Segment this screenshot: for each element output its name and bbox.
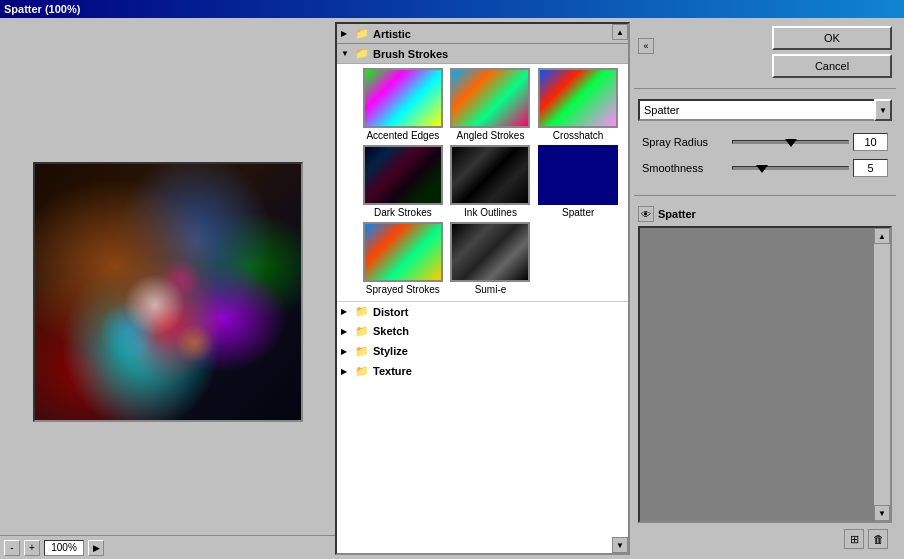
- filter-select-arrow[interactable]: ▼: [874, 99, 892, 121]
- thumb-crosshatch[interactable]: Crosshatch: [536, 68, 620, 141]
- sketch-folder-icon: 📁: [355, 325, 369, 338]
- thumb-label-angled: Angled Strokes: [457, 130, 525, 141]
- collapse-button[interactable]: «: [638, 38, 654, 54]
- ok-button[interactable]: OK: [772, 26, 892, 50]
- zoom-display: 100%: [44, 540, 84, 556]
- title-text: Spatter (100%): [4, 3, 80, 15]
- texture-label: Texture: [373, 365, 412, 377]
- cancel-button[interactable]: Cancel: [772, 54, 892, 78]
- thumb-ink-outlines[interactable]: Ink Outlines: [449, 145, 533, 218]
- smoothness-row: Smoothness 5: [642, 159, 888, 177]
- thumb-img-accented: [363, 68, 443, 128]
- category-artistic[interactable]: ▶ 📁 Artistic: [337, 24, 628, 44]
- thumb-label-ink: Ink Outlines: [464, 207, 517, 218]
- artistic-arrow: ▶: [341, 29, 351, 38]
- layer-icon-btn[interactable]: ⊞: [844, 529, 864, 549]
- preview-thumb-box: ▲ ▼: [638, 226, 892, 523]
- image-preview: [33, 162, 303, 422]
- category-texture[interactable]: ▶ 📁 Texture: [337, 361, 628, 381]
- thumb-angled-strokes[interactable]: Angled Strokes: [449, 68, 533, 141]
- collapse-icon: «: [643, 41, 648, 51]
- stylize-folder-icon: 📁: [355, 345, 369, 358]
- brush-label: Brush Strokes: [373, 48, 448, 60]
- preview-scrollbar: ▲ ▼: [874, 228, 890, 521]
- filter-scroll-up[interactable]: ▲: [612, 24, 628, 40]
- spray-radius-row: Spray Radius 10: [642, 133, 888, 151]
- filter-scroll-down[interactable]: ▼: [612, 537, 628, 553]
- category-distort[interactable]: ▶ 📁 Distort: [337, 301, 628, 321]
- thumb-label-crosshatch: Crosshatch: [553, 130, 604, 141]
- spray-radius-thumb[interactable]: [785, 139, 797, 147]
- stylize-arrow: ▶: [341, 347, 351, 356]
- eye-icon[interactable]: 👁: [638, 206, 654, 222]
- distort-arrow: ▶: [341, 307, 351, 316]
- preview-scroll-track: [874, 244, 890, 505]
- thumb-label-dark: Dark Strokes: [374, 207, 432, 218]
- right-panel: OK Cancel Spatter ▼ Spray Radius 10: [630, 18, 900, 559]
- smoothness-label: Smoothness: [642, 162, 732, 174]
- filter-panel: ▲ ▶ 📁 Artistic ▼ 📁 Brush Strokes Accente…: [335, 22, 630, 555]
- zoom-minus-button[interactable]: -: [4, 540, 20, 556]
- thumb-img-crosshatch: [538, 68, 618, 128]
- thumb-label-sprayed: Sprayed Strokes: [366, 284, 440, 295]
- params-section: Spray Radius 10 Smoothness 5: [634, 129, 896, 189]
- artistic-folder-icon: 📁: [355, 27, 369, 40]
- sketch-label: Sketch: [373, 325, 409, 337]
- filter-select-row: Spatter ▼: [634, 95, 896, 125]
- thumb-spatter[interactable]: Spatter: [536, 145, 620, 218]
- distort-label: Distort: [373, 306, 408, 318]
- smoothness-track[interactable]: [732, 166, 849, 170]
- thumb-img-ink: [450, 145, 530, 205]
- category-sketch[interactable]: ▶ 📁 Sketch: [337, 321, 628, 341]
- thumb-img-angled: [450, 68, 530, 128]
- texture-folder-icon: 📁: [355, 365, 369, 378]
- spray-radius-label: Spray Radius: [642, 136, 732, 148]
- preview-name: Spatter: [658, 208, 696, 220]
- thumb-sprayed-strokes[interactable]: Sprayed Strokes: [361, 222, 445, 295]
- brush-arrow: ▼: [341, 49, 351, 58]
- preview-section: 👁 Spatter ▲ ▼ ⊞ 🗑: [634, 202, 896, 555]
- smoothness-thumb[interactable]: [756, 165, 768, 173]
- spray-radius-value: 10: [853, 133, 888, 151]
- distort-folder-icon: 📁: [355, 305, 369, 318]
- thumb-dark-strokes[interactable]: Dark Strokes: [361, 145, 445, 218]
- title-bar: Spatter (100%): [0, 0, 904, 18]
- category-stylize[interactable]: ▶ 📁 Stylize: [337, 341, 628, 361]
- thumb-sumie[interactable]: Sumi-e: [449, 222, 533, 295]
- thumb-img-dark: [363, 145, 443, 205]
- bottom-right-buttons: ⊞ 🗑: [638, 527, 892, 551]
- thumb-label-spatter: Spatter: [562, 207, 594, 218]
- thumb-label-sumie: Sumi-e: [475, 284, 507, 295]
- smoothness-value: 5: [853, 159, 888, 177]
- thumb-img-spatter: [538, 145, 618, 205]
- brush-folder-icon: 📁: [355, 47, 369, 60]
- thumbnail-grid: Accented Edges Angled Strokes Crosshatch…: [353, 64, 628, 299]
- thumb-img-sprayed: [363, 222, 443, 282]
- category-brush-strokes[interactable]: ▼ 📁 Brush Strokes: [337, 44, 628, 64]
- artistic-label: Artistic: [373, 28, 411, 40]
- filter-select-value[interactable]: Spatter: [638, 99, 892, 121]
- smoothness-slider[interactable]: [732, 164, 849, 172]
- sketch-arrow: ▶: [341, 327, 351, 336]
- preview-scroll-up[interactable]: ▲: [874, 228, 890, 244]
- thumb-img-sumie: [450, 222, 530, 282]
- preview-panel: [0, 18, 335, 559]
- action-buttons: OK Cancel: [634, 22, 896, 82]
- thumb-accented-edges[interactable]: Accented Edges: [361, 68, 445, 141]
- stylize-label: Stylize: [373, 345, 408, 357]
- zoom-plus-button[interactable]: +: [24, 540, 40, 556]
- bottom-toolbar: - + 100% ▶: [0, 535, 335, 559]
- preview-label-row: 👁 Spatter: [638, 206, 892, 222]
- thumb-label-accented: Accented Edges: [366, 130, 439, 141]
- texture-arrow: ▶: [341, 367, 351, 376]
- delete-icon-btn[interactable]: 🗑: [868, 529, 888, 549]
- spray-radius-track[interactable]: [732, 140, 849, 144]
- preview-scroll-down[interactable]: ▼: [874, 505, 890, 521]
- spray-radius-slider[interactable]: [732, 138, 849, 146]
- filter-select-wrapper[interactable]: Spatter ▼: [638, 99, 892, 121]
- zoom-slider-button[interactable]: ▶: [88, 540, 104, 556]
